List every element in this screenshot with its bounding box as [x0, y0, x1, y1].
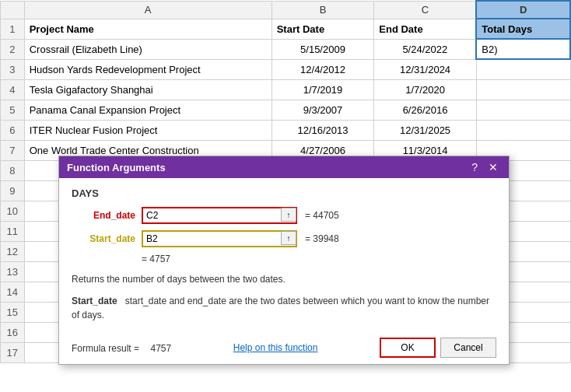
end-date-label: End_date: [72, 210, 142, 221]
row-header-8[interactable]: 8: [1, 160, 25, 180]
dialog-body: DAYS End_date ↑ = 44705 Start_date ↑ = 3…: [59, 178, 509, 331]
cell-a4[interactable]: Tesla Gigafactory Shanghai: [24, 79, 271, 100]
row-header-4[interactable]: 4: [1, 79, 25, 100]
cell-d3[interactable]: [476, 59, 570, 79]
end-date-row: End_date ↑ = 44705: [72, 207, 496, 224]
ok-button[interactable]: OK: [380, 338, 436, 358]
description-box: Returns the number of days between the t…: [72, 272, 496, 286]
cell-a3[interactable]: Hudson Yards Redevelopment Project: [24, 59, 271, 79]
col-header-d[interactable]: D: [476, 1, 570, 19]
table-row: 2Crossrail (Elizabeth Line)5/15/20095/24…: [1, 39, 571, 59]
dialog-title: Function Arguments: [67, 162, 166, 173]
cell-d6[interactable]: [476, 120, 570, 140]
col-header-a[interactable]: A: [24, 1, 271, 19]
combined-result-row: = 4757: [142, 254, 496, 264]
col-header-b[interactable]: B: [271, 1, 374, 19]
row-header-2[interactable]: 2: [1, 39, 25, 59]
row-header-16[interactable]: 16: [1, 322, 25, 342]
start-date-input[interactable]: [142, 230, 297, 247]
formula-result-value: 4757: [150, 343, 171, 354]
cell-a6[interactable]: ITER Nuclear Fusion Project: [24, 120, 271, 140]
row-header-14[interactable]: 14: [1, 282, 25, 302]
col-header-c[interactable]: C: [374, 1, 477, 19]
cell-b6[interactable]: 12/16/2013: [271, 120, 374, 140]
cell-d5[interactable]: [476, 100, 570, 120]
help-link[interactable]: Help on this function: [233, 342, 318, 353]
start-date-label: Start_date: [72, 233, 142, 244]
cancel-button[interactable]: Cancel: [440, 338, 496, 358]
end-date-result: = 44705: [305, 210, 339, 221]
cell-a2[interactable]: Crossrail (Elizabeth Line): [24, 39, 271, 59]
dialog-close-button[interactable]: ✕: [485, 161, 501, 173]
row-header-15[interactable]: 15: [1, 302, 25, 322]
row-header-1[interactable]: 1: [1, 19, 25, 39]
row-header-11[interactable]: 11: [1, 221, 25, 241]
spreadsheet-container: A B C D 1Project NameStart DateEnd DateT…: [0, 0, 571, 363]
cell-a5[interactable]: Panama Canal Expansion Project: [24, 100, 271, 120]
param-name: Start_date: [72, 296, 117, 306]
end-date-input-wrap: ↑: [142, 207, 297, 224]
dialog-footer: Formula result = 4757 Help on this funct…: [59, 331, 509, 364]
cell-c4[interactable]: 1/7/2020: [374, 79, 477, 100]
cell-b4[interactable]: 1/7/2019: [271, 79, 374, 100]
cell-b3[interactable]: 12/4/2012: [271, 59, 374, 79]
row-header-10[interactable]: 10: [1, 201, 25, 221]
row-header-12[interactable]: 12: [1, 241, 25, 261]
table-row: 4Tesla Gigafactory Shanghai1/7/20191/7/2…: [1, 79, 571, 100]
row-header-9[interactable]: 9: [1, 180, 25, 201]
cell-c2[interactable]: 5/24/2022: [374, 39, 477, 59]
row-header-3[interactable]: 3: [1, 59, 25, 79]
table-row: 3Hudson Yards Redevelopment Project12/4/…: [1, 59, 571, 79]
cell-b2[interactable]: 5/15/2009: [271, 39, 374, 59]
cell-a1[interactable]: Project Name: [24, 19, 271, 39]
cell-b5[interactable]: 9/3/2007: [271, 100, 374, 120]
cell-c6[interactable]: 12/31/2025: [374, 120, 477, 140]
cell-c1[interactable]: End Date: [374, 19, 477, 39]
description-text: Returns the number of days between the t…: [72, 274, 286, 285]
start-date-input-wrap: ↑: [142, 230, 297, 247]
end-date-ref-button[interactable]: ↑: [281, 208, 296, 222]
formula-result-area: Formula result = 4757: [72, 342, 171, 354]
end-date-input[interactable]: [142, 207, 297, 224]
cell-c5[interactable]: 6/26/2016: [374, 100, 477, 120]
cell-d1[interactable]: Total Days: [476, 19, 570, 39]
combined-result: = 4757: [142, 254, 170, 264]
dialog-titlebar-buttons: ? ✕: [468, 161, 501, 173]
col-header-rh: [1, 1, 25, 19]
footer-buttons: OK Cancel: [380, 338, 496, 358]
table-row: 6ITER Nuclear Fusion Project12/16/201312…: [1, 120, 571, 140]
row-header-17[interactable]: 17: [1, 342, 25, 362]
row-header-5[interactable]: 5: [1, 100, 25, 120]
table-row: 5Panama Canal Expansion Project9/3/20076…: [1, 100, 571, 120]
cell-b1[interactable]: Start Date: [271, 19, 374, 39]
function-arguments-dialog: Function Arguments ? ✕ DAYS End_date ↑ =…: [58, 156, 510, 365]
table-row: 1Project NameStart DateEnd DateTotal Day…: [1, 19, 571, 39]
param-desc: start_date and end_date are the two date…: [72, 296, 489, 320]
dialog-titlebar: Function Arguments ? ✕: [59, 156, 509, 178]
start-date-row: Start_date ↑ = 39948: [72, 230, 496, 247]
start-date-result: = 39948: [305, 233, 339, 244]
start-date-ref-button[interactable]: ↑: [281, 231, 296, 245]
row-header-7[interactable]: 7: [1, 140, 25, 160]
row-header-13[interactable]: 13: [1, 261, 25, 282]
dialog-help-button[interactable]: ?: [468, 161, 481, 173]
row-header-6[interactable]: 6: [1, 120, 25, 140]
cell-c3[interactable]: 12/31/2024: [374, 59, 477, 79]
function-name: DAYS: [72, 187, 496, 199]
col-header-row: A B C D: [1, 1, 571, 19]
cell-d4[interactable]: [476, 79, 570, 100]
param-detail: Start_date start_date and end_date are t…: [72, 294, 496, 322]
cell-d2[interactable]: B2): [476, 39, 570, 59]
formula-result-label: Formula result =: [72, 343, 139, 354]
